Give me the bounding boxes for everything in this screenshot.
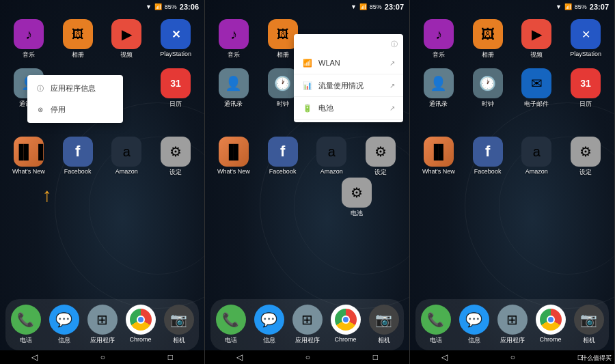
- battery-2: 85%: [370, 3, 382, 10]
- app-amazon-1[interactable]: a Amazon: [104, 137, 150, 177]
- app-email-3[interactable]: ✉ 电子邮件: [514, 68, 560, 109]
- playstation-label-3: PlayStation: [570, 51, 601, 57]
- app-whatsnew-1[interactable]: ▐▌▐ What's New: [5, 137, 52, 177]
- app-row-1-panel1: ♪ 音乐 🖼 相册 ▶ 视频 ✕ PlayStation: [0, 16, 204, 62]
- app-amazon-3[interactable]: a Amazon: [514, 137, 560, 177]
- music-label-1: 音乐: [23, 51, 35, 59]
- music-label-2: 音乐: [228, 51, 240, 59]
- dock-messages-2[interactable]: 💬 信息: [254, 305, 284, 345]
- app-settings-1[interactable]: ⚙ 设定: [152, 137, 199, 177]
- back-btn-3[interactable]: ◁: [441, 352, 448, 362]
- info-circle-icon: ⓘ: [391, 40, 398, 49]
- home-btn-1[interactable]: ○: [100, 352, 105, 362]
- apps-label-1: 应用程序: [90, 336, 115, 345]
- app-amazon-2[interactable]: a Amazon: [309, 137, 355, 177]
- dock-chrome-1[interactable]: Chrome: [126, 305, 156, 345]
- dropdown-menu-2[interactable]: ⓘ 📶 WLAN ↗ 📊 流量使用情况 ↗ 🔋 电池 ↗: [294, 34, 403, 122]
- dock-camera-1[interactable]: 📷 相机: [164, 305, 194, 345]
- app-row-3-panel2: ▐▌ What's New f Facebook a Amazon ⚙ 设定: [205, 134, 409, 180]
- app-whatsnew-3[interactable]: ▐▌ What's New: [415, 137, 462, 177]
- dock-messages-3[interactable]: 💬 信息: [459, 305, 489, 345]
- panel-2: ▼ 📶 85% 23:07 ♪ 音乐 🖼 相册 👤 通讯录 🕐 时钟: [205, 0, 410, 364]
- context-menu-1[interactable]: ⓘ 应用程序信息 ⊗ 停用: [27, 75, 123, 123]
- app-playstation-1[interactable]: ✕ PlayStation: [152, 19, 199, 59]
- battery-app-icon: ⚙: [342, 178, 372, 208]
- app-video-3[interactable]: ▶ 视频: [514, 19, 560, 59]
- app-contacts-3[interactable]: 👤 通讯录: [415, 68, 462, 109]
- camera-icon-2: 📷: [369, 305, 399, 335]
- context-item-appinfo[interactable]: ⓘ 应用程序信息: [27, 78, 123, 99]
- camera-label-3: 相机: [583, 336, 595, 345]
- facebook-icon-3: f: [473, 137, 503, 167]
- music-icon-2: ♪: [219, 19, 249, 49]
- info-icon: ⓘ: [36, 84, 45, 94]
- amazon-label-2: Amazon: [320, 168, 343, 175]
- dropdown-data[interactable]: 📊 流量使用情况 ↗: [294, 74, 403, 97]
- app-facebook-1[interactable]: f Facebook: [55, 137, 101, 177]
- dock-apps-2[interactable]: ⊞ 应用程序: [292, 305, 323, 345]
- chrome-label-1: Chrome: [129, 336, 151, 343]
- video-label-3: 视频: [530, 51, 543, 59]
- app-music-2[interactable]: ♪ 音乐: [210, 19, 257, 59]
- app-facebook-2[interactable]: f Facebook: [260, 137, 306, 177]
- recent-btn-1[interactable]: □: [168, 352, 173, 362]
- nav-bar-1: ◁ ○ □: [0, 350, 204, 364]
- contacts-label-3: 通讯录: [429, 100, 448, 109]
- app-contacts-2[interactable]: 👤 通讯录: [210, 68, 257, 109]
- wlan-arrow-icon: ↗: [390, 59, 395, 67]
- chrome-icon-3: [536, 305, 566, 335]
- dropdown-header-2: ⓘ: [294, 37, 403, 52]
- app-settings-2[interactable]: ⚙ 设定: [357, 137, 404, 177]
- app-music-3[interactable]: ♪ 音乐: [415, 19, 462, 59]
- data-arrow-icon: ↗: [390, 82, 395, 89]
- apps-icon-1: ⊞: [87, 305, 118, 335]
- wlan-label: WLAN: [318, 59, 384, 67]
- dock-chrome-2[interactable]: Chrome: [331, 305, 361, 345]
- status-bar-1: ▼ 📶 85% 23:06: [0, 0, 204, 14]
- back-btn-1[interactable]: ◁: [31, 352, 38, 362]
- app-row-3-panel3: ▐▌ What's New f Facebook a Amazon ⚙ 设定: [410, 134, 614, 180]
- app-settings-3[interactable]: ⚙ 设定: [562, 137, 609, 177]
- dock-phone-3[interactable]: 📞 电话: [421, 305, 451, 345]
- app-calendar-3[interactable]: 31 日历: [562, 68, 609, 109]
- dropdown-wlan[interactable]: 📶 WLAN ↗: [294, 52, 403, 74]
- amazon-icon-3: a: [521, 137, 551, 167]
- recent-btn-2[interactable]: □: [373, 352, 378, 362]
- app-whatsnew-2[interactable]: ▐▌ What's New: [210, 137, 257, 177]
- dock-camera-3[interactable]: 📷 相机: [574, 305, 604, 345]
- battery-3: 85%: [575, 3, 587, 10]
- app-music-1[interactable]: ♪ 音乐: [5, 19, 52, 59]
- whatsnew-icon-3: ▐▌: [424, 137, 454, 167]
- email-label-3: 电子邮件: [524, 100, 549, 109]
- dropdown-battery[interactable]: 🔋 电池 ↗: [294, 97, 403, 120]
- app-photos-1[interactable]: 🖼 相册: [55, 19, 101, 59]
- status-icons-1: ▼ 📶 85%: [146, 3, 177, 10]
- app-playstation-3[interactable]: ✕ PlayStation: [562, 19, 609, 59]
- dock-apps-1[interactable]: ⊞ 应用程序: [87, 305, 118, 345]
- app-calendar-1[interactable]: 31 日历: [152, 68, 199, 109]
- video-label-1: 视频: [120, 51, 133, 59]
- data-usage-icon: 📊: [302, 80, 313, 91]
- app-video-1[interactable]: ▶ 视频: [104, 19, 150, 59]
- dock-messages-1[interactable]: 💬 信息: [49, 305, 79, 345]
- context-item-disable[interactable]: ⊗ 停用: [27, 99, 123, 120]
- facebook-label-2: Facebook: [269, 168, 297, 175]
- messages-label-1: 信息: [58, 336, 70, 345]
- dock-phone-1[interactable]: 📞 电话: [11, 305, 41, 345]
- amazon-icon-2: a: [316, 137, 346, 167]
- app-photos-3[interactable]: 🖼 相册: [465, 19, 511, 59]
- dock-apps-3[interactable]: ⊞ 应用程序: [497, 305, 528, 345]
- home-btn-2[interactable]: ○: [305, 352, 310, 362]
- app-clock-3[interactable]: 🕐 时钟: [465, 68, 511, 109]
- dock-chrome-3[interactable]: Chrome: [536, 305, 566, 345]
- close-circle-icon: ⊗: [36, 105, 45, 115]
- dock-camera-2[interactable]: 📷 相机: [369, 305, 399, 345]
- app-facebook-3[interactable]: f Facebook: [465, 137, 511, 177]
- home-btn-3[interactable]: ○: [510, 352, 515, 362]
- back-btn-2[interactable]: ◁: [236, 352, 243, 362]
- dock-phone-2[interactable]: 📞 电话: [216, 305, 246, 345]
- phone-label-2: 电话: [225, 336, 237, 345]
- calendar-icon-3: 31: [571, 68, 601, 98]
- signal-icon-1: ▼: [146, 3, 152, 10]
- battery-app-result[interactable]: ⚙ 电池: [342, 178, 372, 218]
